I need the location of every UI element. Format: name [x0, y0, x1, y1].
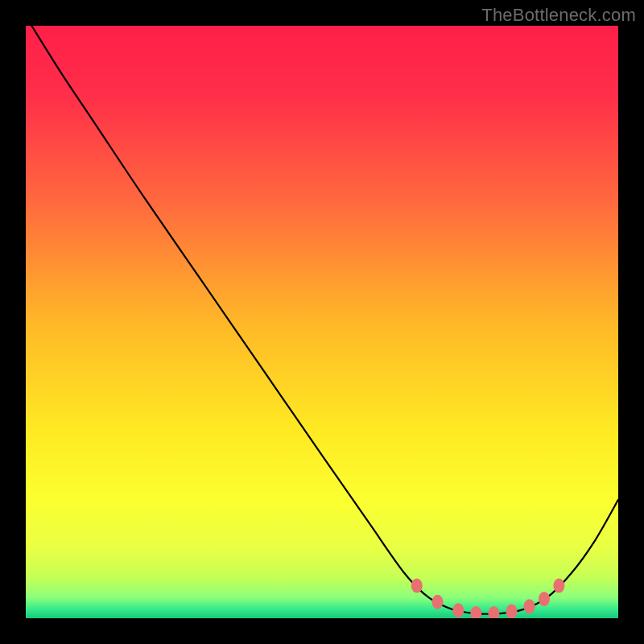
gradient-background	[26, 26, 618, 618]
optimal-marker	[553, 579, 564, 593]
plot-area	[26, 26, 618, 618]
optimal-marker	[506, 605, 518, 618]
optimal-marker	[432, 595, 444, 609]
optimal-marker	[411, 579, 423, 593]
optimal-marker	[524, 599, 535, 613]
optimal-marker	[539, 592, 550, 606]
watermark-text: TheBottleneck.com	[481, 5, 636, 26]
optimal-marker	[452, 603, 464, 617]
chart-frame: TheBottleneck.com	[0, 0, 644, 644]
plot-svg	[26, 26, 618, 618]
